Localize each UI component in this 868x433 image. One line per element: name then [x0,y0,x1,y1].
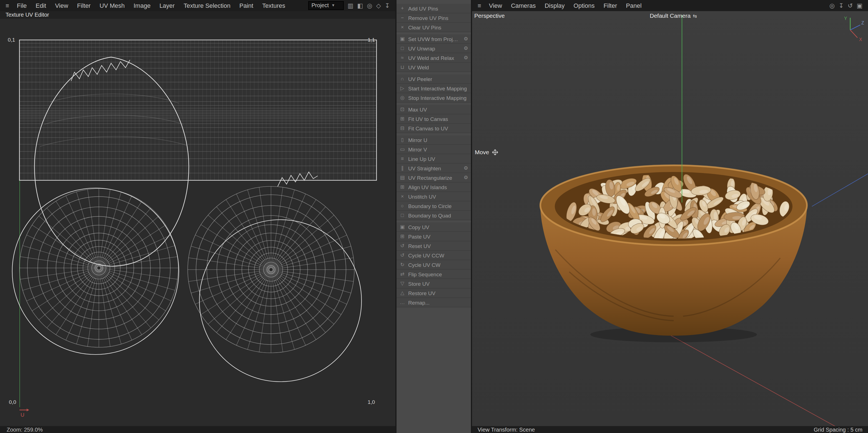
cmd-uv-weld-and-relax[interactable]: ≈UV Weld and Relax⚙ [397,53,471,63]
copy-icon: ▣ [399,224,405,230]
uv-corner-11: 1,1 [368,37,375,43]
menu-vp-display[interactable]: Display [540,0,569,11]
cmd-mirror-v[interactable]: ▭Mirror V [397,145,471,154]
axis-gizmo[interactable]: Y Z X [837,13,867,45]
gear-icon[interactable]: ⚙ [464,175,468,180]
menu-vp-filter[interactable]: Filter [599,0,621,11]
gear-icon[interactable]: ⚙ [464,165,468,171]
cmd-boundary-to-quad[interactable]: □Boundary to Quad [397,211,471,220]
camera-label[interactable]: Default Camera⇆ [650,12,697,19]
uv-corner-01: 0,1 [8,37,15,43]
uv-canvas[interactable]: 0,1 1,1 0,0 1,0 U [0,19,395,426]
gear-icon[interactable]: ⚙ [464,36,468,42]
menu-vp-cameras[interactable]: Cameras [506,0,540,11]
cmd-uv-rectangularize[interactable]: ▤UV Rectangularize⚙ [397,173,471,182]
uv-editor-panel: ≡ File Edit View Filter UV Mesh Image La… [0,0,395,433]
main-menu-icon[interactable]: ≡ [2,2,12,9]
cmd-remove-uv-pins[interactable]: −Remove UV Pins [397,13,471,23]
lock-icon[interactable]: ◧ [358,0,363,11]
cmd-uv-peeler[interactable]: ∩UV Peeler [397,74,471,84]
menu-vp-options[interactable]: Options [569,0,599,11]
unwrap-icon: □ [399,45,405,51]
viewport-3d[interactable]: Perspective Default Camera⇆ Move Y Z X [472,11,868,426]
cmd-fit-uv-to-canvas[interactable]: ⊞Fit UV to Canvas [397,114,471,124]
cmd-uv-straighten[interactable]: ∥UV Straighten⚙ [397,164,471,173]
paste-icon: ⊞ [399,234,405,239]
projection-icon: ▣ [399,36,405,42]
u-axis-label: U [21,412,25,418]
menu-texture-selection[interactable]: Texture Selection [179,0,235,11]
chart-icon[interactable]: ▥ [348,0,353,11]
pan-icon[interactable]: ◇ [376,0,381,11]
menu-textures[interactable]: Textures [258,0,289,11]
menu-edit[interactable]: Edit [31,0,51,11]
cmd-reset-uv[interactable]: ↺Reset UV [397,241,471,251]
perspective-label[interactable]: Perspective [474,12,505,19]
cmd-add-uv-pins[interactable]: +Add UV Pins [397,4,471,13]
remap-icon: … [399,300,405,305]
viewport-menu-icon[interactable]: ≡ [474,2,485,9]
cmd-restore-uv[interactable]: △Restore UV [397,289,471,298]
stop-icon: ◎ [399,95,405,100]
camera-toggle-icon[interactable]: ⇆ [693,13,697,19]
cmd-set-uvw-from-projection[interactable]: ▣Set UVW from Projection⚙ [397,34,471,44]
cmd-max-uv[interactable]: ⊡Max UV [397,105,471,114]
download-icon[interactable]: ↧ [385,0,390,11]
menu-uv-mesh[interactable]: UV Mesh [95,0,129,11]
menu-filter[interactable]: Filter [73,0,95,11]
peeler-icon: ∩ [399,76,405,81]
fit-uv-icon: ⊞ [399,116,405,122]
store-icon: ▽ [399,281,405,286]
menu-file[interactable]: File [12,0,31,11]
zoom-value: Zoom: 259.0% [7,427,43,433]
uv-commands-panel: +Add UV Pins −Remove UV Pins ×Clear UV P… [395,0,472,433]
refresh-icon[interactable]: ↺ [848,0,853,11]
cmd-unstitch-uv[interactable]: ×Unstitch UV [397,192,471,201]
menu-vp-view[interactable]: View [485,0,506,11]
menu-vp-panel[interactable]: Panel [621,0,646,11]
download-icon[interactable]: ↧ [839,0,843,11]
uv-corner-00: 0,0 [9,399,16,405]
menu-view[interactable]: View [51,0,72,11]
layout-icon[interactable]: ▣ [857,0,863,11]
boundary-quad-icon: □ [399,212,405,218]
cmd-boundary-to-circle[interactable]: ○Boundary to Circle [397,201,471,211]
cmd-start-interactive-mapping[interactable]: ▷Start Interactive Mapping [397,84,471,93]
cmd-store-uv[interactable]: ▽Store UV [397,279,471,289]
cmd-uv-unwrap[interactable]: □UV Unwrap⚙ [397,44,471,53]
cmd-mirror-u[interactable]: ▯Mirror U [397,135,471,145]
editor-title: Texture UV Editor [0,11,395,19]
cmd-cycle-uv-cw[interactable]: ↻Cycle UV CW [397,260,471,270]
menu-image[interactable]: Image [129,0,155,11]
uv-corner-10: 1,0 [368,399,375,405]
pin-add-icon: + [399,5,405,11]
cmd-line-up-uv[interactable]: ≡Line Up UV [397,154,471,164]
cmd-align-uv-islands[interactable]: ⊞Align UV Islands [397,182,471,192]
cw-icon: ↻ [399,262,405,267]
world-icon[interactable]: ◎ [367,0,372,11]
menu-layer[interactable]: Layer [155,0,179,11]
chevron-down-icon: ▾ [332,2,334,9]
gear-icon[interactable]: ⚙ [464,55,468,61]
mirror-v-icon: ▭ [399,146,405,152]
cmd-stop-interactive-mapping[interactable]: ◎Stop Interactive Mapping [397,93,471,103]
cmd-fit-canvas-to-uv[interactable]: ⊟Fit Canvas to UV [397,124,471,133]
project-dropdown-value: Project [312,2,329,9]
cmd-uv-weld[interactable]: ⊔UV Weld [397,63,471,72]
fit-canvas-icon: ⊟ [399,125,405,131]
cmd-cycle-uv-ccw[interactable]: ↺Cycle UV CCW [397,251,471,260]
cmd-flip-sequence[interactable]: ⇄Flip Sequence [397,270,471,279]
cmd-remap[interactable]: …Remap... [397,298,471,307]
gear-icon[interactable]: ⚙ [464,45,468,51]
world-icon[interactable]: ◎ [829,0,835,11]
project-dropdown[interactable]: Project ▾ [308,1,344,10]
cmd-clear-uv-pins[interactable]: ×Clear UV Pins [397,23,471,32]
menu-paint[interactable]: Paint [235,0,258,11]
weld-relax-icon: ≈ [399,55,405,61]
cmd-copy-uv[interactable]: ▣Copy UV [397,223,471,232]
pin-remove-icon: − [399,15,405,21]
move-tool-indicator: Move [475,149,498,155]
view-transform-label: View Transform: Scene [477,427,535,433]
cmd-paste-uv[interactable]: ⊞Paste UV [397,232,471,241]
weld-icon: ⊔ [399,64,405,70]
